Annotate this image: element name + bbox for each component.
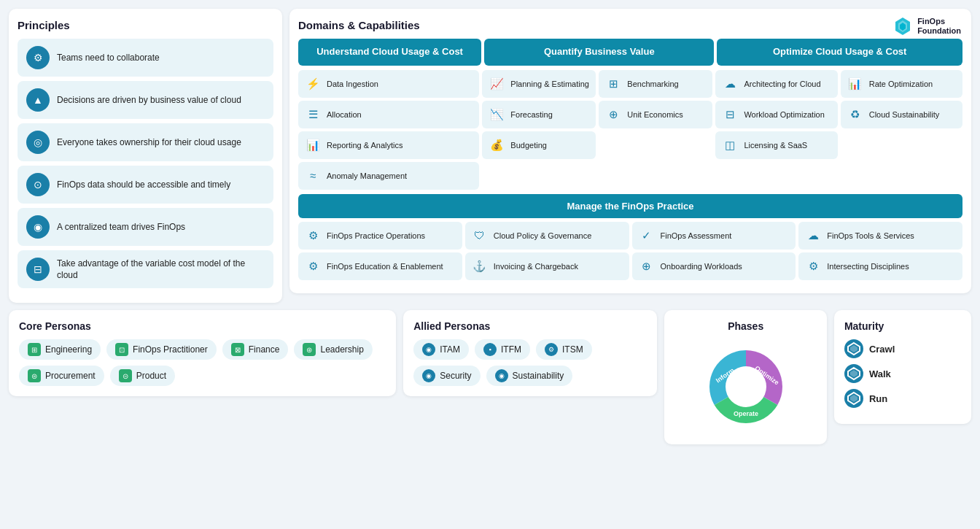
svg-text:Operate: Operate — [734, 410, 758, 417]
allied-tag: ◉ Security — [413, 366, 480, 386]
domain-content-row: ⚡ Data Ingestion ☰ Allocation 📊 Reportin… — [298, 70, 962, 190]
capability-item[interactable]: 📈 Planning & Estimating — [482, 70, 596, 98]
main-container: Principles ⚙ Teams need to collaborate ▲… — [9, 9, 971, 444]
capability-item[interactable]: ⊕ Onboarding Workloads — [632, 252, 796, 280]
persona-icon: ⊞ — [28, 343, 41, 356]
allied-tag: ◉ ITAM — [413, 339, 469, 360]
phases-panel: Phases Inform Optimize Operate — [664, 310, 826, 444]
cap-icon: ⚙ — [304, 258, 322, 275]
capability-item[interactable]: ⊟ Workload Optimization — [715, 101, 837, 128]
allied-tag: ▪ ITFM — [475, 339, 530, 360]
capability-item[interactable]: ◫ Licensing & SaaS — [715, 131, 837, 159]
domains-panel: FinOps Foundation Domains & Capabilities… — [289, 9, 971, 293]
allied-icon: ▪ — [483, 343, 497, 356]
quantify-inner: 📈 Planning & Estimating 📉 Forecasting 💰 … — [482, 70, 712, 190]
manage-col: ☁ FinOps Tools & Services ⚙ Intersecting… — [798, 222, 962, 280]
domain-header-understand: Understand Cloud Usage & Cost — [298, 39, 481, 66]
manage-col: ✓ FinOps Assessment ⊕ Onboarding Workloa… — [632, 222, 796, 280]
principle-item: ⊙ FinOps data should be accessible and t… — [18, 166, 273, 204]
persona-label: Finance — [249, 344, 280, 355]
principle-text: Teams need to collaborate — [57, 52, 160, 63]
persona-label: Procurement — [45, 371, 96, 381]
principle-item: ⊟ Take advantage of the variable cost mo… — [18, 250, 273, 288]
cap-text: Workload Optimization — [744, 109, 824, 120]
cap-icon: 💰 — [488, 136, 505, 154]
persona-label: Engineering — [45, 344, 92, 355]
cap-text: FinOps Tools & Services — [827, 231, 914, 241]
allied-label: ITAM — [440, 344, 460, 355]
persona-tag: ⊞ Engineering — [19, 339, 101, 360]
cap-text: Budgeting — [510, 140, 547, 150]
capability-item[interactable]: ⚙ FinOps Practice Operations — [298, 222, 462, 250]
core-personas-grid: ⊞ Engineering ⊡ FinOps Practitioner ⊠ Fi… — [19, 339, 386, 386]
cap-icon: ≈ — [304, 167, 322, 185]
domains-title: Domains & Capabilities — [298, 19, 962, 31]
capability-item[interactable]: ⊕ Unit Economics — [599, 101, 712, 128]
capability-item[interactable]: ☁ Architecting for Cloud — [715, 70, 837, 98]
optimize-right-col: 📊 Rate Optimization ♻ Cloud Sustainabili… — [841, 70, 962, 190]
capability-item[interactable]: ☰ Allocation — [298, 101, 479, 128]
capability-item[interactable]: ☁ FinOps Tools & Services — [798, 222, 962, 250]
persona-tag: ⊡ FinOps Practitioner — [106, 339, 217, 360]
capability-item[interactable]: 📉 Forecasting — [482, 101, 596, 128]
cap-text: Architecting for Cloud — [744, 79, 820, 89]
principle-item: ▲ Decisions are driven by business value… — [18, 81, 273, 119]
capability-item[interactable]: ♻ Cloud Sustainability — [841, 101, 962, 128]
capability-item[interactable]: ⊞ Benchmarking — [599, 70, 712, 98]
capability-item[interactable]: ⚙ FinOps Education & Enablement — [298, 252, 462, 280]
cap-icon: ☰ — [304, 106, 322, 123]
capability-item[interactable]: 📊 Reporting & Analytics — [298, 131, 479, 159]
persona-label: Product — [136, 371, 166, 381]
cap-icon: ☁ — [804, 227, 822, 244]
domain-col-understand: ⚡ Data Ingestion ☰ Allocation 📊 Reportin… — [298, 70, 479, 190]
cap-text: Benchmarking — [627, 79, 678, 89]
cap-text: Forecasting — [510, 109, 552, 120]
capability-item[interactable]: ⚙ Intersecting Disciplines — [798, 252, 962, 280]
capability-item[interactable]: ≈ Anomaly Management — [298, 162, 479, 190]
allied-tag: ◉ Sustainability — [486, 366, 573, 386]
allied-icon: ◉ — [495, 369, 508, 382]
phases-donut: Inform Optimize Operate — [699, 339, 793, 434]
capability-item[interactable]: 💰 Budgeting — [482, 131, 596, 159]
cap-text: Planning & Estimating — [510, 79, 589, 89]
cap-text: Intersecting Disciplines — [827, 261, 909, 271]
maturity-icon — [844, 364, 863, 383]
principle-item: ◎ Everyone takes ownership for their clo… — [18, 123, 273, 161]
allied-icon: ⚙ — [545, 343, 558, 356]
finops-logo: FinOps Foundation — [892, 16, 961, 36]
principle-text: Decisions are driven by business value o… — [57, 94, 241, 106]
bottom-row: Core Personas ⊞ Engineering ⊡ FinOps Pra… — [9, 310, 971, 444]
cap-text: Unit Economics — [627, 109, 682, 120]
cap-icon: ◫ — [721, 136, 739, 154]
persona-tag: ⊜ Procurement — [19, 366, 104, 386]
persona-icon: ⊜ — [28, 369, 41, 382]
maturity-item: Crawl — [844, 339, 961, 358]
cap-text: Invoicing & Chargeback — [494, 261, 578, 271]
principle-icon: ⊙ — [26, 173, 50, 196]
domain-headers: Understand Cloud Usage & Cost Quantify B… — [298, 39, 962, 66]
optimize-left-col: ☁ Architecting for Cloud ⊟ Workload Opti… — [715, 70, 837, 190]
core-personas-title: Core Personas — [19, 320, 386, 332]
capability-item[interactable]: ✓ FinOps Assessment — [632, 222, 796, 250]
cap-icon: ⊟ — [721, 106, 739, 123]
phases-title: Phases — [728, 320, 763, 332]
principle-text: Take advantage of the variable cost mode… — [57, 258, 265, 281]
cap-icon: ⊕ — [638, 258, 656, 275]
principle-icon: ◉ — [26, 215, 50, 239]
capability-item[interactable]: 🛡 Cloud Policy & Governance — [465, 222, 629, 250]
capability-item[interactable]: ⚡ Data Ingestion — [298, 70, 479, 98]
capability-item[interactable]: 📊 Rate Optimization — [841, 70, 962, 98]
cap-icon: ⊞ — [604, 75, 622, 93]
capability-item[interactable]: ⚓ Invoicing & Chargeback — [465, 252, 629, 280]
domain-header-optimize: Optimize Cloud Usage & Cost — [717, 39, 962, 66]
domain-header-quantify: Quantify Business Value — [484, 39, 714, 66]
cap-icon: 📊 — [847, 75, 864, 93]
cap-text: Reporting & Analytics — [327, 140, 403, 150]
cap-text: Rate Optimization — [869, 79, 933, 89]
phases-svg: Inform Optimize Operate — [699, 339, 793, 434]
principle-icon: ◎ — [26, 131, 50, 154]
principles-panel: Principles ⚙ Teams need to collaborate ▲… — [9, 9, 282, 303]
maturity-item: Run — [844, 389, 961, 408]
cap-icon: 📊 — [304, 136, 322, 154]
finops-logo-icon — [892, 16, 913, 36]
